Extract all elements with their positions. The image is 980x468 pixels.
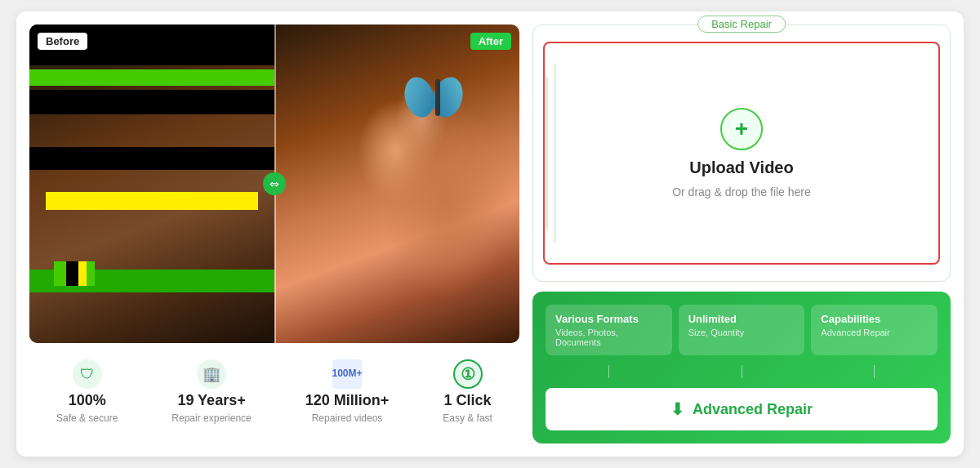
capability-subtitle-unlimited: Size, Quantity (688, 328, 795, 337)
building-icon: 🏢 (197, 359, 226, 389)
right-panel: Basic Repair + Upload Video Or drag & dr… (532, 25, 951, 443)
connector-row (546, 365, 938, 378)
stat-item-safe: 🛡 100% Safe & secure (56, 359, 118, 424)
stats-row: 🛡 100% Safe & secure 🏢 19 Years+ Repair … (29, 353, 519, 430)
after-side: After (274, 25, 519, 343)
after-label: After (470, 33, 511, 50)
stat-label-click: Easy & fast (443, 412, 492, 424)
stat-label-years: Repair experience (172, 412, 251, 424)
upload-plus-icon: + (720, 108, 763, 150)
advanced-repair-button[interactable]: ⬇ Advanced Repair (546, 388, 938, 430)
basic-repair-badge: Basic Repair (697, 16, 786, 33)
stat-number-million: 120 Million+ (305, 392, 390, 409)
butterfly-body (435, 79, 440, 116)
upload-section: Basic Repair + Upload Video Or drag & dr… (532, 25, 951, 282)
connector-line-1 (546, 365, 672, 378)
capability-title-capabilities: Capabilities (821, 313, 928, 325)
stat-number-safe: 100% (69, 392, 106, 409)
before-after-container: Before After ⇔ (29, 25, 519, 343)
yellow-bar (46, 192, 258, 210)
capability-card-capabilities: Capabilities Advanced Repair (811, 305, 938, 355)
document-icon: 100M+ (332, 359, 362, 389)
connector-line-2 (679, 365, 805, 378)
stat-item-years: 🏢 19 Years+ Repair experience (172, 359, 251, 424)
advanced-repair-label: Advanced Repair (693, 401, 813, 418)
shield-icon: 🛡 (73, 359, 102, 389)
download-icon: ⬇ (670, 399, 684, 419)
before-label: Before (38, 33, 87, 50)
main-container: Before After ⇔ 🛡 (16, 11, 964, 457)
left-panel: Before After ⇔ 🛡 (29, 25, 519, 443)
green-bar-1 (29, 69, 274, 86)
capability-card-unlimited: Unlimited Size, Quantity (679, 305, 805, 355)
stat-item-million: 100M+ 120 Million+ Repaired videos (305, 359, 390, 424)
upload-subtitle: Or drag & drop the file here (672, 185, 811, 198)
corrupt-block-3 (29, 147, 274, 170)
divider-handle[interactable]: ⇔ (263, 172, 286, 195)
corrupt-block-2 (29, 90, 274, 114)
before-side: Before (29, 25, 274, 343)
capability-card-formats: Various Formats Videos, Photos, Document… (546, 305, 672, 355)
stat-item-click: ① 1 Click Easy & fast (443, 359, 492, 424)
connector-line-3 (811, 365, 938, 378)
stat-label-million: Repaired videos (312, 412, 383, 424)
capability-subtitle-formats: Videos, Photos, Documents (555, 328, 662, 347)
stat-number-years: 19 Years+ (177, 392, 245, 409)
advanced-section: Various Formats Videos, Photos, Document… (532, 292, 951, 443)
capability-title-formats: Various Formats (555, 313, 662, 325)
upload-dropzone[interactable]: + Upload Video Or drag & drop the file h… (543, 42, 940, 265)
upload-title: Upload Video (689, 158, 793, 177)
pixel-noise (54, 261, 95, 286)
stat-number-click: 1 Click (444, 392, 492, 409)
capability-subtitle-capabilities: Advanced Repair (821, 328, 928, 337)
one-click-icon: ① (453, 359, 483, 389)
capability-title-unlimited: Unlimited (688, 313, 795, 325)
cat-image-after (274, 25, 519, 343)
butterfly (405, 73, 470, 122)
capabilities-row: Various Formats Videos, Photos, Document… (546, 305, 938, 355)
stat-label-safe: Safe & secure (56, 412, 118, 424)
